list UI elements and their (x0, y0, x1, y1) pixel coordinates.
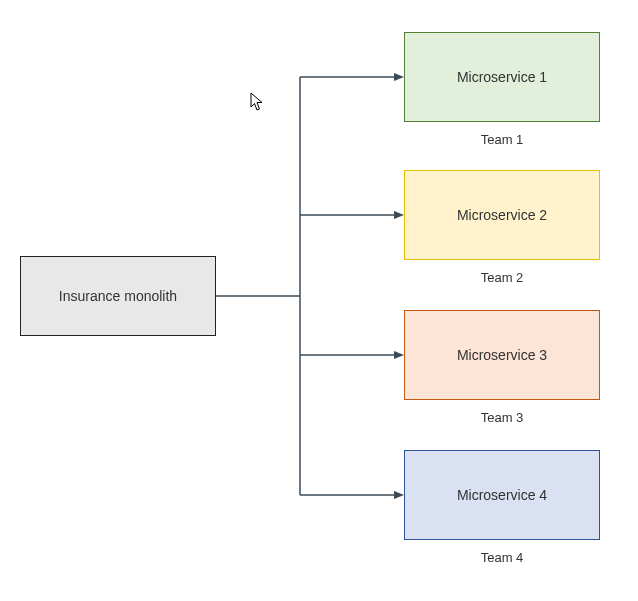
svg-marker-5 (394, 211, 404, 219)
microservice-label-1: Microservice 1 (457, 69, 547, 85)
svg-marker-9 (394, 491, 404, 499)
svg-marker-7 (394, 351, 404, 359)
microservice-label-2: Microservice 2 (457, 207, 547, 223)
microservice-box-3: Microservice 3 (404, 310, 600, 400)
microservice-label-3: Microservice 3 (457, 347, 547, 363)
microservice-box-1: Microservice 1 (404, 32, 600, 122)
team-caption-1: Team 1 (404, 132, 600, 147)
microservice-box-4: Microservice 4 (404, 450, 600, 540)
team-caption-3: Team 3 (404, 410, 600, 425)
team-caption-2: Team 2 (404, 270, 600, 285)
team-caption-4: Team 4 (404, 550, 600, 565)
monolith-label: Insurance monolith (59, 288, 177, 304)
monolith-box: Insurance monolith (20, 256, 216, 336)
microservice-label-4: Microservice 4 (457, 487, 547, 503)
microservice-box-2: Microservice 2 (404, 170, 600, 260)
svg-marker-3 (394, 73, 404, 81)
cursor-icon (250, 92, 264, 112)
